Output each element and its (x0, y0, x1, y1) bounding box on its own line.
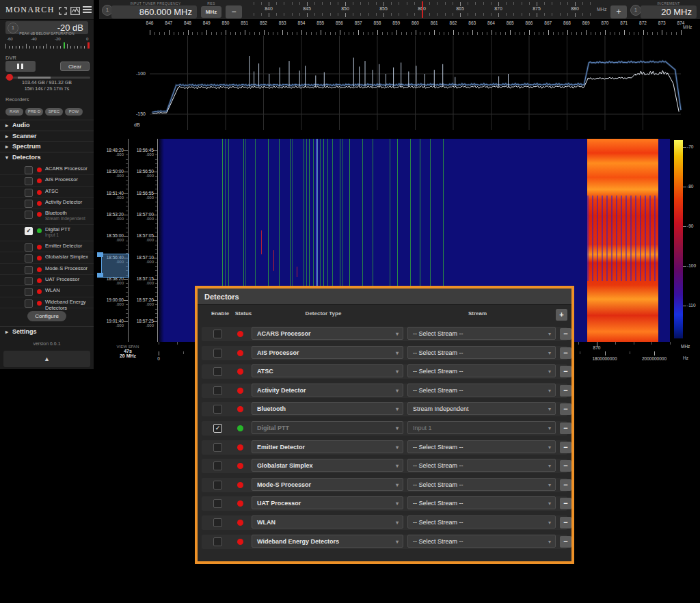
stream-dropdown[interactable]: -- Select Stream -- (407, 384, 556, 397)
row-enable-checkbox[interactable]: ✓ (213, 424, 222, 433)
remove-detector-button[interactable]: − (560, 366, 571, 377)
stream-dropdown[interactable]: -- Select Stream -- (407, 515, 556, 528)
row-enable-checkbox[interactable] (213, 499, 222, 508)
add-detector-button[interactable]: + (556, 309, 567, 321)
detector-checkbox[interactable] (25, 189, 33, 197)
detector-checkbox[interactable] (25, 266, 33, 274)
stream-dropdown[interactable]: -- Select Stream -- (407, 478, 556, 491)
sidebar-detector-item[interactable]: Mode-S Processor (0, 264, 94, 275)
selection-handle-top[interactable] (97, 252, 103, 257)
dvr-pause-button[interactable] (5, 61, 36, 72)
row-enable-checkbox[interactable] (213, 518, 222, 527)
detector-checkbox[interactable] (25, 211, 33, 219)
detector-type-dropdown[interactable]: Bluetooth (252, 402, 403, 415)
sidebar-detector-item[interactable]: WLAN (0, 286, 94, 297)
selection-handle-bottom[interactable] (97, 273, 103, 278)
detector-type-dropdown[interactable]: AIS Processor (252, 346, 403, 359)
row-enable-checkbox[interactable] (213, 349, 222, 358)
spectrum-plot[interactable] (99, 36, 700, 130)
stream-dropdown[interactable]: -- Select Stream -- (407, 459, 556, 472)
stream-dropdown[interactable]: -- Select Stream -- (407, 364, 556, 377)
detector-checkbox[interactable] (25, 299, 33, 308)
sidebar-detector-item[interactable]: Activity Detector (0, 198, 94, 209)
detector-checkbox[interactable] (25, 177, 33, 185)
remove-detector-button[interactable]: − (560, 517, 571, 528)
detector-type-dropdown[interactable]: WLAN (252, 515, 403, 528)
detector-checkbox[interactable] (25, 254, 33, 263)
menu-icon[interactable] (83, 6, 92, 14)
tuner-frequency-input[interactable]: 860.000 MHz (111, 5, 197, 18)
sidebar-detector-item[interactable]: AIS Processor (0, 175, 94, 186)
detector-checkbox[interactable] (25, 243, 33, 252)
remove-detector-button[interactable]: − (560, 479, 571, 491)
detector-checkbox[interactable] (25, 200, 33, 208)
detector-type-dropdown[interactable]: UAT Processor (252, 496, 403, 509)
detector-checkbox[interactable] (25, 166, 33, 174)
frequency-ruler[interactable]: 840845850855860865870875880 (243, 0, 593, 19)
sidebar-detector-item[interactable]: ATSC (0, 187, 94, 198)
remove-detector-button[interactable]: − (560, 423, 571, 434)
detector-checkbox[interactable]: ✓ (25, 227, 33, 235)
sidebar-detector-item[interactable]: Bluetooth Stream Independent (0, 209, 94, 225)
row-enable-checkbox[interactable] (213, 367, 222, 376)
recorder-button-pow[interactable]: POW (65, 108, 83, 116)
row-enable-checkbox[interactable] (213, 386, 222, 395)
detector-type-dropdown[interactable]: Activity Detector (252, 384, 403, 397)
increment-input[interactable]: 20 MHz (641, 5, 697, 18)
sidebar-detector-item[interactable]: Globalstar Simplex (0, 252, 94, 263)
sidebar-section-detectors[interactable]: ▾Detectors (0, 152, 94, 163)
sidebar-detector-item[interactable]: ✓ Digital PTT Input 1 (0, 225, 94, 241)
detector-type-dropdown[interactable]: Emitter Detector (252, 440, 403, 453)
stream-dropdown[interactable]: Input 1 (407, 421, 556, 434)
sidebar-collapse-button[interactable]: ▲ (3, 351, 90, 367)
stream-dropdown[interactable]: -- Select Stream -- (407, 346, 556, 359)
frequency-increment-button[interactable]: + (610, 5, 627, 18)
sidebar-section-scanner[interactable]: ▸Scanner (0, 131, 94, 142)
sidebar-section-settings[interactable]: ▸Settings (0, 326, 94, 337)
stream-dropdown[interactable]: -- Select Stream -- (407, 440, 556, 453)
detector-type-dropdown[interactable]: ACARS Processor (252, 327, 403, 340)
time-selection[interactable] (101, 254, 129, 278)
remove-detector-button[interactable]: − (560, 498, 571, 509)
detector-checkbox[interactable] (25, 277, 33, 285)
frequency-decrement-button[interactable]: − (226, 5, 242, 18)
row-enable-checkbox[interactable] (213, 481, 222, 490)
sidebar-detector-item[interactable]: ACARS Processor (0, 164, 94, 175)
remove-detector-button[interactable]: − (560, 328, 571, 340)
sidebar-detector-item[interactable]: Emitter Detector (0, 241, 94, 252)
recorder-button-spec[interactable]: SPEC (45, 108, 63, 116)
detector-checkbox[interactable] (25, 288, 33, 296)
res-unit-button[interactable]: MHz (201, 6, 221, 18)
row-enable-checkbox[interactable] (213, 537, 222, 546)
stream-dropdown[interactable]: -- Select Stream -- (407, 535, 556, 548)
row-enable-checkbox[interactable] (213, 443, 222, 452)
remove-detector-button[interactable]: − (560, 403, 571, 415)
sidebar-section-spectrum[interactable]: ▸Spectrum (0, 141, 94, 152)
stream-dropdown[interactable]: -- Select Stream -- (407, 327, 556, 340)
remove-detector-button[interactable]: − (560, 385, 571, 397)
recorder-button-pre-d[interactable]: PRE-D (25, 108, 43, 116)
sidebar-detector-item[interactable]: Wideband Energy Detectors (0, 297, 94, 308)
row-enable-checkbox[interactable] (213, 461, 222, 470)
detector-type-dropdown[interactable]: ATSC (252, 364, 403, 377)
row-enable-checkbox[interactable] (213, 330, 222, 338)
waterfall-time-axis[interactable]: 18:48:20.00018:56:45.00018:50:00.00018:5… (96, 139, 159, 344)
chart-icon[interactable] (70, 5, 80, 14)
fullscreen-icon[interactable] (59, 5, 68, 14)
stream-dropdown[interactable]: -- Select Stream -- (407, 496, 556, 509)
detector-type-dropdown[interactable]: Digital PTT (252, 421, 403, 434)
row-enable-checkbox[interactable] (213, 405, 222, 414)
detector-type-dropdown[interactable]: Wideband Energy Detectors (252, 535, 403, 548)
sidebar-detector-item[interactable]: UAT Processor (0, 275, 94, 286)
recorder-button-raw[interactable]: RAW (5, 108, 23, 116)
remove-detector-button[interactable]: − (560, 460, 571, 472)
detector-type-dropdown[interactable]: Mode-S Processor (252, 478, 403, 491)
remove-detector-button[interactable]: − (560, 536, 571, 548)
stream-dropdown[interactable]: Stream Independent (407, 402, 556, 415)
dvr-clear-button[interactable]: Clear (60, 62, 90, 71)
sidebar-section-audio[interactable]: ▸Audio (0, 120, 94, 131)
remove-detector-button[interactable]: − (560, 442, 571, 453)
configure-button[interactable]: Configure (27, 311, 66, 321)
remove-detector-button[interactable]: − (560, 347, 571, 359)
detector-type-dropdown[interactable]: Globalstar Simplex (252, 459, 403, 472)
